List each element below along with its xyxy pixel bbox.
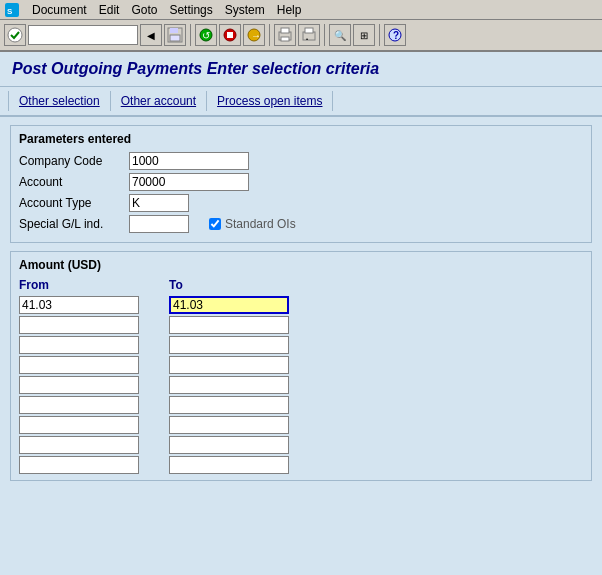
to-input-3[interactable]: [169, 336, 289, 354]
menu-system[interactable]: System: [225, 3, 265, 17]
to-header: To: [169, 278, 289, 292]
find-next-button[interactable]: ⊞: [353, 24, 375, 46]
to-column: To: [169, 278, 289, 474]
svg-text:?: ?: [393, 30, 399, 41]
svg-rect-5: [170, 35, 180, 41]
toolbar: ◀ ↺ →: [0, 20, 602, 52]
tab-process-open-items[interactable]: Process open items: [207, 91, 333, 111]
to-input-7[interactable]: [169, 416, 289, 434]
menu-document[interactable]: Document: [32, 3, 87, 17]
from-input-2[interactable]: [19, 316, 139, 334]
account-row: Account: [19, 173, 583, 191]
tab-bar: Other selection Other account Process op…: [0, 87, 602, 117]
to-input-2[interactable]: [169, 316, 289, 334]
print-button[interactable]: [274, 24, 296, 46]
sap-logo-icon: S: [4, 2, 20, 18]
svg-text:↺: ↺: [202, 30, 210, 41]
menu-settings[interactable]: Settings: [169, 3, 212, 17]
from-input-5[interactable]: [19, 376, 139, 394]
forward-button[interactable]: →: [243, 24, 265, 46]
stop-button[interactable]: [219, 24, 241, 46]
find-button[interactable]: 🔍: [329, 24, 351, 46]
to-input-4[interactable]: [169, 356, 289, 374]
svg-text:•: •: [306, 36, 308, 42]
special-gl-input[interactable]: [129, 215, 189, 233]
from-header: From: [19, 278, 139, 292]
save-button[interactable]: [164, 24, 186, 46]
standard-ois-container: Standard OIs: [209, 217, 296, 231]
help-button[interactable]: ?: [384, 24, 406, 46]
to-input-6[interactable]: [169, 396, 289, 414]
special-gl-label: Special G/L ind.: [19, 217, 129, 231]
from-input-1[interactable]: [19, 296, 139, 314]
to-input-9[interactable]: [169, 456, 289, 474]
svg-rect-9: [227, 32, 233, 38]
account-type-label: Account Type: [19, 196, 129, 210]
from-input-8[interactable]: [19, 436, 139, 454]
account-type-row: Account Type: [19, 194, 583, 212]
company-code-input[interactable]: [129, 152, 249, 170]
main-content: Post Outgoing Payments Enter selection c…: [0, 52, 602, 481]
confirm-button[interactable]: [4, 24, 26, 46]
company-code-label: Company Code: [19, 154, 129, 168]
company-code-row: Company Code: [19, 152, 583, 170]
toolbar-separator-2: [269, 24, 270, 46]
menu-goto[interactable]: Goto: [131, 3, 157, 17]
standard-ois-checkbox[interactable]: [209, 218, 221, 230]
tab-other-account[interactable]: Other account: [111, 91, 207, 111]
from-input-3[interactable]: [19, 336, 139, 354]
account-type-input[interactable]: [129, 194, 189, 212]
parameters-title: Parameters entered: [19, 132, 583, 146]
from-input-9[interactable]: [19, 456, 139, 474]
amount-columns: From To: [19, 278, 583, 474]
page-title: Post Outgoing Payments Enter selection c…: [0, 52, 602, 87]
svg-rect-16: [305, 28, 313, 33]
to-input-1[interactable]: [169, 296, 289, 314]
from-column: From: [19, 278, 139, 474]
menu-help[interactable]: Help: [277, 3, 302, 17]
tab-other-selection[interactable]: Other selection: [8, 91, 111, 111]
from-input-4[interactable]: [19, 356, 139, 374]
command-input[interactable]: [28, 25, 138, 45]
svg-rect-14: [281, 37, 289, 41]
svg-rect-13: [281, 28, 289, 33]
svg-rect-4: [170, 28, 178, 33]
account-input[interactable]: [129, 173, 249, 191]
toolbar-separator-1: [190, 24, 191, 46]
menu-bar: S Document Edit Goto Settings System Hel…: [0, 0, 602, 20]
to-input-8[interactable]: [169, 436, 289, 454]
from-input-7[interactable]: [19, 416, 139, 434]
toolbar-separator-4: [379, 24, 380, 46]
svg-point-2: [8, 28, 22, 42]
svg-text:S: S: [7, 7, 13, 16]
amount-section: Amount (USD) From To: [10, 251, 592, 481]
parameters-section: Parameters entered Company Code Account …: [10, 125, 592, 243]
from-input-6[interactable]: [19, 396, 139, 414]
to-input-5[interactable]: [169, 376, 289, 394]
svg-text:→: →: [251, 30, 261, 41]
print2-button[interactable]: •: [298, 24, 320, 46]
toolbar-separator-3: [324, 24, 325, 46]
back-arrow-button[interactable]: ◀: [140, 24, 162, 46]
amount-title: Amount (USD): [19, 258, 583, 272]
account-label: Account: [19, 175, 129, 189]
refresh-button[interactable]: ↺: [195, 24, 217, 46]
standard-ois-label: Standard OIs: [225, 217, 296, 231]
menu-edit[interactable]: Edit: [99, 3, 120, 17]
special-gl-row: Special G/L ind. Standard OIs: [19, 215, 583, 233]
